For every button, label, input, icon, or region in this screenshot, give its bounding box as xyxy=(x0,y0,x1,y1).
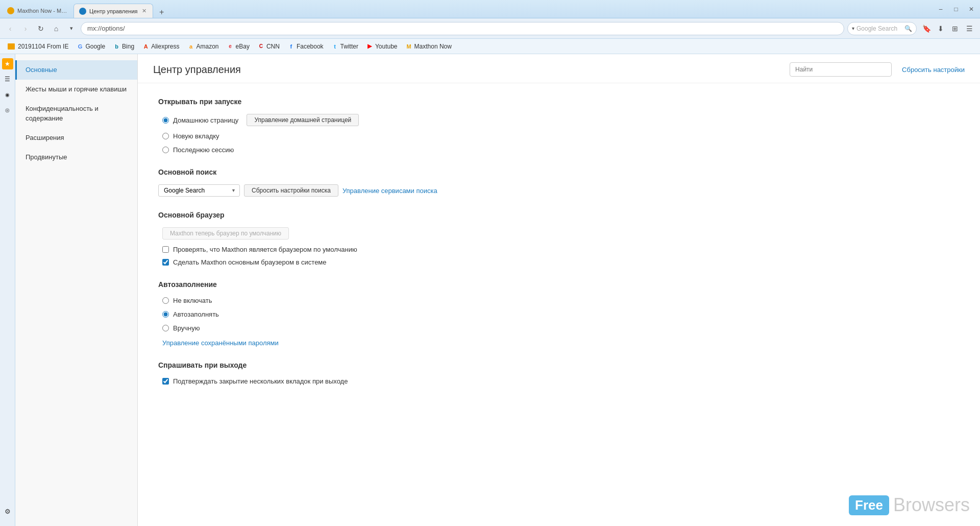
bookmark-label-amazon: Amazon xyxy=(197,43,219,50)
reset-search-button[interactable]: Сбросить настройки поиска xyxy=(244,184,338,197)
add-bookmark-icon[interactable]: 🔖 xyxy=(920,22,933,35)
search-box[interactable]: ▾ Google Search 🔍 xyxy=(847,22,917,35)
nav-item-privacy[interactable]: Конфиденциальность и содержание xyxy=(15,99,137,128)
sidebar-icon-circle[interactable]: ◎ xyxy=(2,104,13,115)
autofill-option-off[interactable]: Не включать xyxy=(162,297,960,304)
autofill-radio-off[interactable] xyxy=(162,297,169,304)
history-button[interactable]: ▾ xyxy=(65,22,78,35)
refresh-button[interactable]: ↻ xyxy=(35,22,47,35)
set-default-browser-button[interactable]: Maxthon теперь браузер по умолчанию xyxy=(162,227,289,240)
autofill-option-auto[interactable]: Автозаполнять xyxy=(162,310,960,318)
manage-search-link[interactable]: Управление сервисами поиска xyxy=(342,187,437,195)
make-default-checkbox[interactable] xyxy=(162,259,169,266)
download-icon[interactable]: ⬇ xyxy=(934,22,947,35)
confirm-exit-label: Подтверждать закрытие нескольких вкладок… xyxy=(173,377,348,385)
manage-home-button[interactable]: Управление домашней страницей xyxy=(247,114,359,126)
address-bar: ‹ › ↻ ⌂ ▾ mx://options/ ▾ Google Search … xyxy=(0,18,980,39)
nav-label-gestures: Жесты мыши и горячие клавиши xyxy=(26,85,127,93)
exit-section-title: Спрашивать при выходе xyxy=(158,361,960,369)
startup-option-last-session[interactable]: Последнюю сессию xyxy=(162,146,960,154)
layout-icon[interactable]: ⊞ xyxy=(948,22,962,35)
search-engine-select[interactable]: Google Search xyxy=(158,184,240,197)
bookmark-youtube[interactable]: ▶ Youtube xyxy=(363,42,401,51)
manage-passwords-link[interactable]: Управление сохранёнными паролями xyxy=(162,339,279,347)
close-button[interactable]: ✕ xyxy=(965,4,978,14)
confirm-exit-item[interactable]: Подтверждать закрытие нескольких вкладок… xyxy=(158,377,960,385)
startup-radio-last-session[interactable] xyxy=(162,147,169,153)
bookmark-label-ebay: eBay xyxy=(236,43,250,50)
bookmark-bing[interactable]: b Bing xyxy=(110,42,138,51)
nav-item-advanced[interactable]: Продвинутые xyxy=(15,148,137,167)
startup-label-new-tab: Новую вкладку xyxy=(173,132,219,140)
sidebar-icon-list[interactable]: ☰ xyxy=(2,74,13,85)
bookmark-label-maxthon-now: Maxthon Now xyxy=(414,43,452,50)
bookmarks-bar: 20191104 From IE G Google b Bing A Aliex… xyxy=(0,39,980,54)
minimize-button[interactable]: – xyxy=(934,4,947,14)
nav-item-general[interactable]: Основные xyxy=(15,60,137,80)
default-browser-section: Основной браузер Maxthon теперь браузер … xyxy=(158,211,960,266)
sidebar-icon-rss[interactable]: ◉ xyxy=(2,89,13,100)
forward-button[interactable]: › xyxy=(19,22,32,35)
sidebar-icon-settings[interactable]: ⚙ xyxy=(2,509,13,520)
nav-label-extensions: Расширения xyxy=(26,134,64,141)
startup-option-new-tab[interactable]: Новую вкладку xyxy=(162,132,960,140)
tab-label-2: Центр управления xyxy=(89,8,138,14)
make-default-label: Сделать Maxthon основным браузером в сис… xyxy=(173,258,327,266)
twitter-icon: t xyxy=(332,43,338,50)
bookmark-aliexpress[interactable]: A Aliexpress xyxy=(139,42,183,51)
content-area: Центр управления Сбросить настройки Откр… xyxy=(138,54,980,526)
address-input[interactable]: mx://options/ xyxy=(81,22,844,35)
bookmark-cnn[interactable]: C CNN xyxy=(254,42,283,51)
settings-search-input[interactable] xyxy=(790,62,892,77)
main-layout: ★ ☰ ◉ ◎ ⚙ Основные Жесты мыши и горячие … xyxy=(0,54,980,526)
nav-item-extensions[interactable]: Расширения xyxy=(15,128,137,148)
tab-control-center[interactable]: Центр управления ✕ xyxy=(74,4,153,18)
aliexpress-icon: A xyxy=(142,43,149,50)
confirm-exit-checkbox[interactable] xyxy=(162,378,169,385)
startup-section: Открывать при запуске Домашнюю страницу … xyxy=(158,98,960,154)
startup-section-title: Открывать при запуске xyxy=(158,98,960,106)
bookmark-facebook[interactable]: f Facebook xyxy=(284,42,327,51)
search-icon[interactable]: 🔍 xyxy=(904,25,912,32)
bookmark-maxthon-now[interactable]: M Maxthon Now xyxy=(402,42,455,51)
reset-settings-link[interactable]: Сбросить настройки xyxy=(902,66,965,74)
nav-item-gestures[interactable]: Жесты мыши и горячие клавиши xyxy=(15,80,137,99)
restore-button[interactable]: □ xyxy=(949,4,963,14)
autofill-option-manual[interactable]: Вручную xyxy=(162,324,960,332)
new-tab-button[interactable]: + xyxy=(155,7,168,18)
search-section: Основной поиск Google Search ▼ Сбросить … xyxy=(158,168,960,197)
bookmark-google[interactable]: G Google xyxy=(73,42,109,51)
make-default-item[interactable]: Сделать Maxthon основным браузером в сис… xyxy=(158,258,960,266)
nav-label-advanced: Продвинутые xyxy=(26,153,67,161)
bookmark-ebay[interactable]: e eBay xyxy=(224,42,253,51)
menu-icon[interactable]: ☰ xyxy=(963,22,976,35)
startup-option-home[interactable]: Домашнюю страницу Управление домашней ст… xyxy=(162,114,960,126)
autofill-label-manual: Вручную xyxy=(173,324,200,332)
toolbar-icons: 🔖 ⬇ ⊞ ☰ xyxy=(920,22,976,35)
home-button[interactable]: ⌂ xyxy=(50,22,62,35)
title-bar: Maxthon Now - Maxtho Центр управления ✕ … xyxy=(0,0,980,18)
sidebar-icon-star[interactable]: ★ xyxy=(2,58,13,69)
bookmark-folder-ie[interactable]: 20191104 From IE xyxy=(4,42,72,51)
check-default-checkbox[interactable] xyxy=(162,246,169,253)
autofill-radio-group: Не включать Автозаполнять Вручную xyxy=(158,297,960,332)
default-browser-title: Основной браузер xyxy=(158,211,960,219)
startup-radio-new-tab[interactable] xyxy=(162,133,169,139)
search-section-title: Основной поиск xyxy=(158,168,960,176)
back-button[interactable]: ‹ xyxy=(4,22,16,35)
startup-radio-home[interactable] xyxy=(162,117,169,124)
bing-icon: b xyxy=(113,43,120,50)
maxthon-icon: M xyxy=(406,43,412,50)
tab-icon-1 xyxy=(7,7,14,14)
bookmark-twitter[interactable]: t Twitter xyxy=(328,42,362,51)
bookmark-amazon[interactable]: a Amazon xyxy=(184,42,223,51)
tab-close-button[interactable]: ✕ xyxy=(141,8,148,14)
bookmark-label-ie: 20191104 From IE xyxy=(18,43,68,50)
tab-maxthon-now[interactable]: Maxthon Now - Maxtho xyxy=(2,4,74,18)
autofill-radio-auto[interactable] xyxy=(162,311,169,318)
tab-bar: Maxthon Now - Maxtho Центр управления ✕ … xyxy=(2,0,934,18)
check-default-browser-item[interactable]: Проверять, что Maxthon является браузеро… xyxy=(158,246,960,253)
facebook-icon: f xyxy=(288,43,295,50)
autofill-radio-manual[interactable] xyxy=(162,325,169,331)
bookmark-label-twitter: Twitter xyxy=(340,43,358,50)
